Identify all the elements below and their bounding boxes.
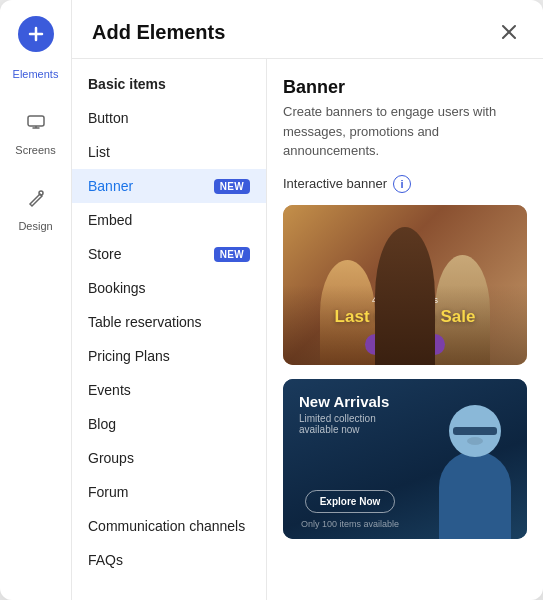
- content-panel: Banner Create banners to engage users wi…: [267, 59, 543, 600]
- banner-arrivals-subtitle: Limited collection available now: [299, 413, 417, 435]
- subtitle-row: Interactive banner i: [283, 175, 527, 193]
- banner-arrivals-title: New Arrivals: [299, 393, 417, 410]
- nav-item-screens[interactable]: Screens: [0, 94, 71, 166]
- sidebar-item-bookings[interactable]: Bookings: [72, 271, 266, 305]
- sidebar-item-store[interactable]: Store NEW: [72, 237, 266, 271]
- sidebar-item-banner[interactable]: Banner NEW: [72, 169, 266, 203]
- sidebar-item-blog[interactable]: Blog: [72, 407, 266, 441]
- sidebar-section-basic: Basic items: [72, 67, 266, 101]
- svg-rect-2: [28, 116, 44, 126]
- sidebar-item-list[interactable]: List: [72, 135, 266, 169]
- modal-header: Add Elements: [72, 0, 543, 59]
- panel-description: Create banners to engage users with mess…: [283, 102, 527, 161]
- nav-item-elements[interactable]: Elements: [0, 58, 71, 90]
- add-button[interactable]: [18, 16, 54, 52]
- banner-card-sale[interactable]: 40% off all items Last Chance Sale Shop …: [283, 205, 527, 365]
- sidebar-item-events[interactable]: Events: [72, 373, 266, 407]
- modal-body: Basic items Button List Banner NEW Embed…: [72, 59, 543, 600]
- panel-title: Banner: [283, 77, 527, 98]
- info-icon[interactable]: i: [393, 175, 411, 193]
- sidebar-item-button[interactable]: Button: [72, 101, 266, 135]
- close-button[interactable]: [495, 18, 523, 46]
- banner-new-badge: NEW: [214, 179, 250, 194]
- banner-arrivals-content: New Arrivals Limited collection availabl…: [299, 393, 417, 435]
- sidebar-item-embed[interactable]: Embed: [72, 203, 266, 237]
- svg-point-5: [39, 191, 43, 195]
- sidebar-item-communication-channels[interactable]: Communication channels: [72, 509, 266, 543]
- banner-arrivals-note: Only 100 items available: [283, 519, 417, 529]
- panel-subtitle: Interactive banner: [283, 176, 387, 191]
- elements-sidebar: Basic items Button List Banner NEW Embed…: [72, 59, 267, 600]
- banner-card-arrivals[interactable]: New Arrivals Limited collection availabl…: [283, 379, 527, 539]
- modal-title: Add Elements: [92, 21, 225, 44]
- sidebar-item-groups[interactable]: Groups: [72, 441, 266, 475]
- store-new-badge: NEW: [214, 247, 250, 262]
- app-sidebar: Elements Screens Design: [0, 0, 72, 600]
- modal: Add Elements Basic items Button: [72, 0, 543, 600]
- sidebar-item-pricing-plans[interactable]: Pricing Plans: [72, 339, 266, 373]
- banner-arrivals-button[interactable]: Explore Now: [305, 490, 396, 513]
- sidebar-item-forum[interactable]: Forum: [72, 475, 266, 509]
- sidebar-item-faqs[interactable]: FAQs: [72, 543, 266, 577]
- nav-item-design[interactable]: Design: [0, 170, 71, 242]
- sidebar-item-table-reservations[interactable]: Table reservations: [72, 305, 266, 339]
